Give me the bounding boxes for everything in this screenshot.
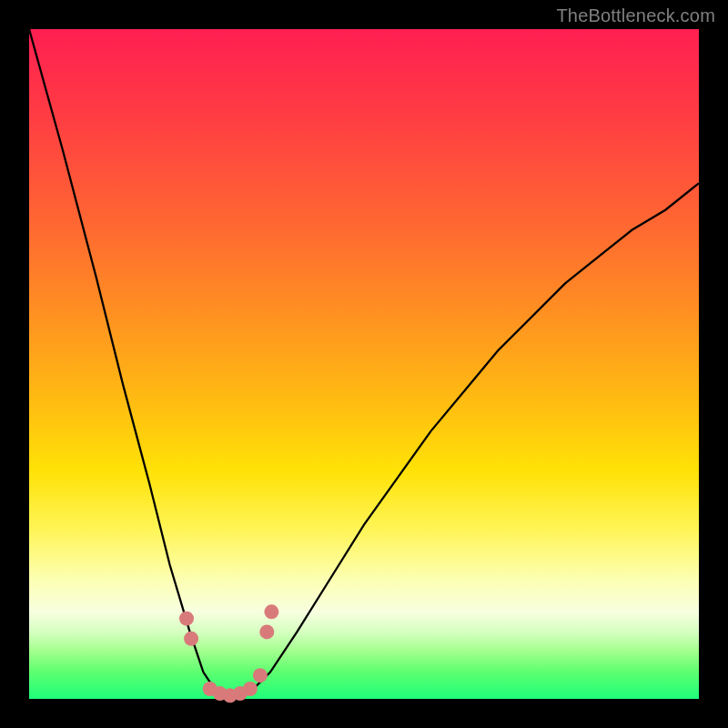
- curve-marker: [243, 682, 258, 696]
- curve-marker: [253, 668, 268, 682]
- curve-marker: [264, 604, 278, 619]
- watermark-text: TheBottleneck.com: [556, 5, 715, 26]
- curve-marker: [259, 624, 274, 639]
- curve-marker: [179, 612, 194, 626]
- bottleneck-curve-path: [29, 29, 699, 699]
- bottleneck-curve-svg: [29, 29, 699, 699]
- chart-frame: TheBottleneck.com: [0, 0, 728, 728]
- curve-marker: [184, 632, 198, 646]
- curve-markers: [179, 604, 278, 703]
